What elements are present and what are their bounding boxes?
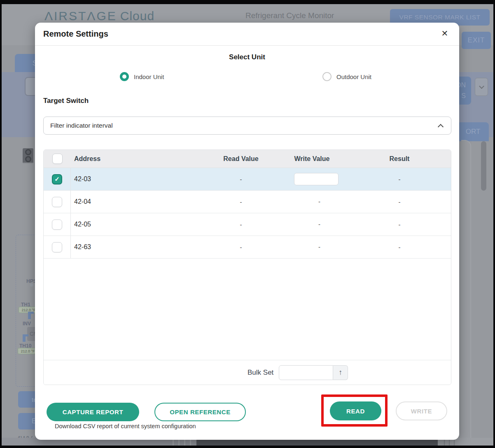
radio-label: Indoor Unit (134, 73, 164, 80)
cell-result: - (348, 198, 451, 205)
cell-write: - (276, 221, 348, 228)
sensor-dot-icon (30, 283, 33, 287)
outdoor-unit-icon (23, 148, 33, 164)
cell-result: - (348, 221, 451, 228)
select-all-checkbox[interactable] (52, 154, 63, 164)
select-unit-heading: Select Unit (35, 53, 459, 61)
bulk-apply-button[interactable]: ↑ (333, 365, 348, 380)
target-switch-dropdown[interactable]: Filter indicator interval (43, 117, 451, 135)
table-row[interactable]: 42-04 - - - (44, 191, 451, 213)
cell-address: 42-03 (71, 175, 206, 183)
table-row[interactable]: 42-05 - - - (44, 213, 451, 236)
cell-result: - (348, 176, 451, 183)
cell-result: - (348, 244, 451, 251)
capture-report-button[interactable]: CAPTURE REPORT (47, 403, 139, 421)
cell-read: - (206, 221, 276, 228)
cell-write: - (276, 198, 348, 205)
radio-unselected-icon (322, 72, 332, 81)
open-reference-button[interactable]: OPEN REFERENCE (154, 403, 246, 421)
diagram-label-inv: INV (23, 321, 31, 327)
page-title: Refrigerant Cycle Monitor (245, 11, 334, 20)
cell-address: 42-04 (71, 198, 206, 205)
column-header-result: Result (348, 155, 451, 163)
app-window: ΛIRSTΛGECloud Refrigerant Cycle Monitor … (2, 4, 493, 446)
valve-icon (28, 312, 34, 319)
radio-outdoor-unit[interactable]: Outdoor Unit (322, 72, 371, 81)
title-divider (35, 45, 459, 46)
arrow-up-icon: ↑ (339, 368, 342, 377)
cell-read: - (206, 176, 276, 183)
airstage-logo: ΛIRSTΛGECloud (44, 9, 154, 23)
row-checkbox[interactable] (52, 197, 62, 207)
cell-write (276, 173, 348, 185)
logo-brand: ΛIRSTΛGE (44, 9, 117, 23)
fan-icon (25, 156, 31, 162)
cell-address: 42-05 (71, 221, 206, 228)
vertical-scrollbar-thumb[interactable] (481, 141, 486, 191)
bulk-set-input[interactable] (279, 365, 333, 380)
write-value-input[interactable] (294, 173, 339, 185)
csv-caption: Download CSV report of current system co… (55, 423, 196, 429)
logo-product: Cloud (120, 9, 154, 23)
switch-table: Address Read Value Write Value Result ✓ … (43, 149, 451, 385)
background-card-edge (461, 140, 471, 438)
toolbar-dropdown[interactable] (475, 78, 488, 96)
cell-read: - (206, 244, 276, 251)
exit-button[interactable]: EXIT (462, 32, 491, 49)
row-checkbox[interactable]: ✓ (52, 174, 62, 184)
table-row[interactable]: ✓ 42-03 - - (44, 168, 451, 191)
chevron-down-icon (479, 84, 484, 89)
radio-indoor-unit[interactable]: Indoor Unit (120, 72, 164, 81)
table-row[interactable]: 42-63 - - - (44, 236, 451, 259)
dropdown-value: Filter indicator interval (50, 122, 439, 129)
row-checkbox[interactable] (52, 242, 62, 252)
row-checkbox[interactable] (52, 219, 62, 230)
chevron-up-icon (438, 124, 444, 129)
table-header-row: Address Read Value Write Value Result (44, 150, 451, 168)
column-header-read-value: Read Value (206, 155, 276, 163)
fan-icon (25, 149, 31, 155)
column-header-address: Address (71, 155, 206, 163)
valve-icon (23, 334, 28, 342)
cell-address: 42-63 (71, 243, 206, 251)
radio-label: Outdoor Unit (336, 73, 371, 80)
table-empty-area (44, 259, 451, 360)
bulk-set-label: Bulk Set (248, 369, 273, 377)
column-header-write-value: Write Value (276, 155, 348, 163)
annotation-highlight (321, 394, 388, 427)
table-footer: Bulk Set ↑ (44, 360, 451, 385)
radio-selected-icon (120, 72, 129, 81)
remote-settings-dialog: Remote Settings ✕ Select Unit Indoor Uni… (35, 23, 459, 440)
dialog-title: Remote Settings (43, 29, 108, 39)
switch-table-body: ✓ 42-03 - - 42-04 - - - 42-05 - - - 42-6… (44, 168, 451, 259)
write-button[interactable]: WRITE (396, 401, 447, 420)
cell-read: - (206, 198, 276, 205)
cell-write: - (276, 243, 348, 251)
close-icon[interactable]: ✕ (439, 28, 450, 39)
target-switch-heading: Target Switch (43, 97, 89, 105)
report-button[interactable]: ORT (457, 122, 489, 141)
